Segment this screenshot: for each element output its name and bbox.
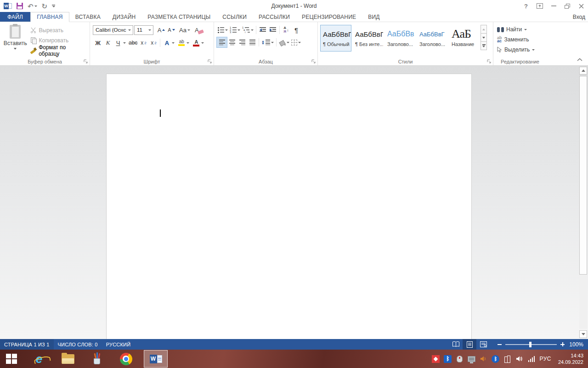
style-normal[interactable]: АаБбВвГг, ¶ Обычный — [320, 25, 351, 52]
tab-review[interactable]: РЕЦЕНЗИРОВАНИЕ — [296, 12, 362, 22]
zoom-out-button[interactable] — [498, 344, 502, 345]
scroll-up-button[interactable] — [579, 67, 587, 75]
scrollbar-thumb[interactable] — [579, 76, 587, 275]
restore-button[interactable] — [560, 0, 574, 12]
paste-dropdown-icon[interactable] — [14, 48, 17, 50]
align-right-button[interactable] — [237, 37, 247, 47]
zoom-level[interactable]: 100% — [569, 341, 588, 348]
styles-scroll-down-button[interactable] — [481, 33, 487, 42]
multilevel-list-button[interactable]: 1 a i — [241, 25, 254, 35]
shading-button[interactable] — [278, 37, 290, 47]
show-paragraph-marks-button[interactable]: ¶ — [291, 25, 301, 35]
chevron-down-icon[interactable] — [237, 29, 240, 31]
font-size-combo[interactable]: 11 — [134, 25, 153, 35]
chevron-down-icon[interactable] — [298, 42, 301, 43]
sign-in-link[interactable]: Вход — [573, 12, 585, 22]
minimize-button[interactable] — [547, 0, 560, 12]
clock[interactable]: 14:43 24.09.2022 — [555, 352, 583, 365]
tab-design[interactable]: ДИЗАЙН — [107, 12, 142, 22]
highlight-dropdown-icon[interactable] — [187, 42, 189, 44]
sort-button[interactable]: А Я ↓ — [281, 25, 291, 35]
zoom-in-button[interactable] — [560, 342, 565, 346]
collapse-ribbon-button[interactable] — [577, 55, 582, 63]
chevron-down-icon[interactable] — [148, 29, 151, 31]
word-count-indicator[interactable]: ЧИСЛО СЛОВ: 0 — [54, 339, 102, 350]
decrease-indent-button[interactable] — [258, 25, 268, 35]
strikethrough-button[interactable]: abc — [128, 38, 138, 48]
language-indicator[interactable]: РУССКИЙ — [102, 339, 135, 350]
font-dialog-launcher[interactable] — [208, 59, 212, 64]
print-layout-button[interactable] — [463, 339, 476, 350]
tab-references[interactable]: ССЫЛКИ — [216, 12, 253, 22]
bluetooth-device-icon[interactable]: ᛒ — [492, 355, 499, 363]
chevron-down-icon[interactable] — [271, 42, 274, 43]
underline-button[interactable]: Ч — [113, 38, 123, 48]
style-no-spacing[interactable]: АаБбВвГг, ¶ Без инте... — [352, 25, 384, 52]
line-spacing-button[interactable]: ▲▼ — [260, 37, 275, 47]
keyboard-language-indicator[interactable]: РУС — [539, 356, 551, 362]
tray-app-red-icon[interactable] — [432, 355, 440, 363]
text-effects-button[interactable]: А — [162, 38, 172, 48]
tab-home[interactable]: ГЛАВНАЯ — [30, 12, 69, 22]
zoom-slider-thumb[interactable] — [529, 342, 531, 347]
chrome-icon[interactable] — [119, 352, 133, 366]
internet-explorer-icon[interactable]: e — [32, 352, 46, 366]
file-explorer-icon[interactable] — [61, 352, 75, 366]
select-dropdown-icon[interactable] — [532, 49, 535, 51]
style-heading-1[interactable]: АаБбВв Заголово... — [384, 25, 416, 52]
tab-mailings[interactable]: РАССЫЛКИ — [253, 12, 296, 22]
mouse-utility-icon[interactable] — [456, 355, 464, 363]
network-signal-icon[interactable] — [527, 355, 535, 363]
bold-button[interactable]: Ж — [93, 38, 103, 48]
bluetooth-tray-icon[interactable]: ᛒ — [444, 355, 452, 363]
borders-button[interactable] — [290, 37, 302, 47]
format-painter-button[interactable]: Формат по образцу — [29, 46, 88, 55]
chevron-down-icon[interactable] — [128, 29, 131, 31]
speaker-icon[interactable] — [515, 355, 523, 363]
close-button[interactable] — [574, 0, 588, 12]
select-button[interactable]: Выделить — [495, 45, 545, 54]
ribbon-display-options-button[interactable] — [533, 0, 547, 12]
web-layout-button[interactable] — [476, 339, 490, 350]
paste-button[interactable]: Вставить — [2, 24, 29, 57]
font-color-button[interactable]: А — [191, 38, 201, 48]
underline-dropdown-icon[interactable] — [123, 42, 126, 44]
chevron-down-icon[interactable] — [251, 29, 254, 31]
volume-orange-icon[interactable] — [480, 355, 487, 363]
numbering-button[interactable]: 1 2 3 — [229, 25, 241, 35]
chevron-down-icon[interactable] — [225, 29, 228, 31]
tab-view[interactable]: ВИД — [362, 12, 385, 22]
superscript-button[interactable]: x2 — [148, 38, 158, 48]
page-number-indicator[interactable]: СТРАНИЦА 1 ИЗ 1 — [0, 339, 54, 350]
style-title[interactable]: АаБ Название — [449, 25, 480, 52]
text-effects-dropdown-icon[interactable] — [172, 42, 175, 44]
increase-indent-button[interactable] — [268, 25, 278, 35]
scroll-down-button[interactable] — [579, 330, 587, 338]
shrink-font-button[interactable]: A — [166, 25, 176, 35]
italic-button[interactable]: К — [103, 38, 113, 48]
display-icon[interactable] — [468, 355, 475, 363]
volume-mixer-icon[interactable] — [503, 355, 511, 363]
chevron-down-icon[interactable] — [287, 42, 289, 43]
change-case-button[interactable]: Aa — [178, 25, 191, 35]
find-dropdown-icon[interactable] — [524, 29, 527, 30]
bullets-button[interactable] — [217, 25, 229, 35]
styles-dialog-launcher[interactable] — [487, 59, 492, 64]
align-left-button[interactable] — [217, 37, 227, 47]
paint-icon[interactable] — [90, 352, 104, 366]
cut-button[interactable]: Вырезать — [29, 25, 88, 35]
help-button[interactable]: ? — [519, 0, 533, 12]
style-heading-2[interactable]: АаБбВвГ Заголово... — [417, 25, 448, 52]
find-button[interactable]: Найти — [495, 25, 545, 34]
tab-page-layout[interactable]: РАЗМЕТКА СТРАНИЦЫ — [141, 12, 216, 22]
tab-insert[interactable]: ВСТАВКА — [69, 12, 107, 22]
clipboard-dialog-launcher[interactable] — [84, 59, 88, 64]
font-name-combo[interactable]: Calibri (Оснс — [93, 25, 133, 35]
highlight-button[interactable]: ab — [176, 38, 187, 48]
replace-button[interactable]: ab ac Заменить — [495, 35, 545, 44]
read-mode-button[interactable] — [449, 339, 463, 350]
styles-scroll-up-button[interactable] — [481, 25, 487, 34]
word-taskbar-button[interactable]: W — [144, 350, 168, 368]
paragraph-dialog-launcher[interactable] — [311, 59, 316, 64]
styles-more-button[interactable] — [481, 41, 487, 50]
